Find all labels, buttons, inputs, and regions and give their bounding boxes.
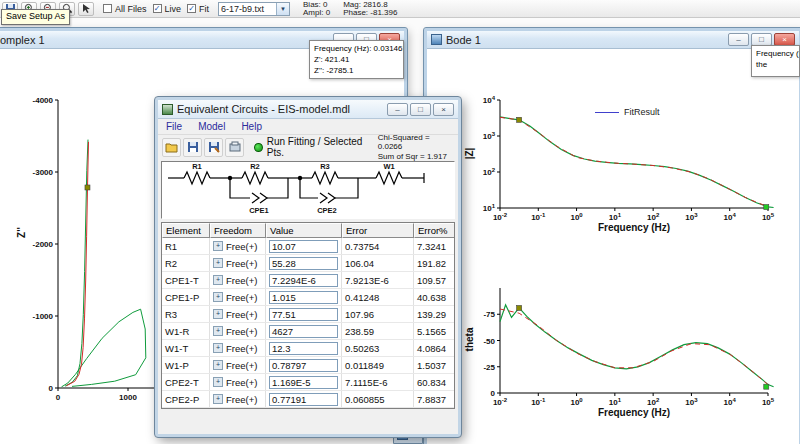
freedom-cell[interactable]: +Free(+) — [210, 306, 266, 322]
value-input[interactable]: 7.2294E-6 — [269, 274, 338, 287]
freedom-toggle-icon[interactable]: + — [213, 309, 223, 319]
freedom-cell[interactable]: +Free(+) — [210, 340, 266, 356]
bode-plot-area: 10-210-1100101102103104105104103102101 1… — [427, 49, 799, 444]
checkbox-box[interactable]: ✓ — [187, 4, 196, 13]
freedom-toggle-icon[interactable]: + — [213, 275, 223, 285]
close-button[interactable]: × — [433, 103, 454, 116]
value-cell[interactable]: 4627 — [266, 323, 342, 339]
freedom-toggle-icon[interactable]: + — [213, 241, 223, 251]
element-cell: R3 — [162, 306, 210, 322]
freedom-toggle-icon[interactable]: + — [213, 360, 223, 370]
y-tick-label: 103 — [483, 131, 496, 141]
probe-zreal: Z': 421.41 — [314, 54, 399, 65]
dialog-controls: – □ × — [387, 103, 454, 116]
value-cell[interactable]: 12.3 — [266, 340, 342, 356]
header-freedom[interactable]: Freedom — [210, 223, 266, 238]
circuit-diagram[interactable]: R1 R2 R3 W1 CPE1 CPE2 — [161, 161, 455, 219]
value-cell[interactable]: 55.28 — [266, 255, 342, 271]
menu-model[interactable]: Model — [190, 119, 233, 134]
freedom-cell[interactable]: +Free(+) — [210, 272, 266, 288]
maximize-button[interactable]: □ — [410, 103, 431, 116]
freedom-toggle-icon[interactable]: + — [213, 292, 223, 302]
header-error[interactable]: Error — [342, 223, 414, 238]
value-cell[interactable]: 7.2294E-6 — [266, 272, 342, 288]
checkbox-fit[interactable]: ✓Fit — [187, 4, 209, 14]
value-cell[interactable]: 1.015 — [266, 289, 342, 305]
table-row: W1-P+Free(+)0.787970.0118491.5037 — [162, 357, 454, 374]
value-input[interactable]: 77.51 — [269, 308, 338, 321]
freedom-toggle-icon[interactable]: + — [213, 258, 223, 268]
value-input[interactable]: 0.78797 — [269, 359, 338, 372]
errorpct-cell: 40.638 — [414, 289, 454, 305]
checkbox-box[interactable]: ✓ — [153, 4, 162, 13]
dialog-icon — [162, 104, 173, 115]
freedom-toggle-icon[interactable]: + — [213, 326, 223, 336]
value-input[interactable]: 12.3 — [269, 342, 338, 355]
equivalent-circuits-dialog: Equivalent Circuits - EIS-model.mdl – □ … — [155, 97, 461, 437]
value-cell[interactable]: 10.07 — [266, 238, 342, 254]
minimize-button[interactable]: – — [387, 103, 408, 116]
element-cell: CPE2-T — [162, 374, 210, 390]
save-as-button[interactable] — [204, 138, 223, 157]
window-icon — [431, 34, 442, 45]
save-button[interactable] — [183, 138, 202, 157]
error-cell: 0.060855 — [342, 391, 414, 407]
chevron-down-icon[interactable]: ▼ — [276, 3, 289, 15]
freedom-cell[interactable]: +Free(+) — [210, 289, 266, 305]
checkbox-live[interactable]: ✓Live — [153, 4, 182, 14]
data-point-marker[interactable] — [517, 117, 522, 122]
table-row: R3+Free(+)77.51107.96139.29 — [162, 306, 454, 323]
freedom-cell[interactable]: +Free(+) — [210, 357, 266, 373]
checkbox-box[interactable] — [103, 4, 112, 13]
circuit-label-cpe1: CPE1 — [249, 206, 269, 215]
x-tick-label: 102 — [647, 212, 660, 222]
header-errorpct[interactable]: Error% — [414, 223, 454, 238]
menu-file[interactable]: File — [158, 119, 190, 134]
value-cell[interactable]: 77.51 — [266, 306, 342, 322]
bode-window-titlebar[interactable]: Bode 1 – □ × — [427, 31, 799, 49]
freedom-cell[interactable]: +Free(+) — [210, 374, 266, 390]
error-cell: 0.011849 — [342, 357, 414, 373]
value-cell[interactable]: 0.78797 — [266, 357, 342, 373]
value-input[interactable]: 55.28 — [269, 257, 338, 270]
probe-theta: the — [756, 59, 795, 70]
probe-frequency: Frequency (H — [756, 48, 795, 59]
mdi-area: Complex 1 – □ × 01000-4000-3000-2000-100… — [0, 18, 800, 444]
dialog-titlebar[interactable]: Equivalent Circuits - EIS-model.mdl – □ … — [158, 100, 458, 119]
screen: All Files✓Live✓Fit 6-17-b9.txt ▼ Bias: 0… — [0, 0, 800, 444]
value-input[interactable]: 0.77191 — [269, 393, 338, 406]
freedom-toggle-icon[interactable]: + — [213, 343, 223, 353]
minimize-button[interactable]: – — [728, 33, 749, 46]
data-point-marker[interactable] — [85, 185, 90, 190]
checkbox-all-files[interactable]: All Files — [103, 4, 147, 14]
x-tick-label: 104 — [724, 212, 737, 222]
freedom-cell[interactable]: +Free(+) — [210, 323, 266, 339]
dialog-toolbar: Run Fitting / Selected Pts. Chi-Squared … — [158, 135, 458, 159]
run-fitting-button[interactable]: Run Fitting / Selected Pts. — [254, 136, 376, 158]
pointer-button[interactable] — [78, 2, 94, 16]
freedom-cell[interactable]: +Free(+) — [210, 391, 266, 407]
value-input[interactable]: 1.169E-5 — [269, 376, 338, 389]
freedom-toggle-icon[interactable]: + — [213, 377, 223, 387]
value-cell[interactable]: 1.169E-5 — [266, 374, 342, 390]
value-input[interactable]: 1.015 — [269, 291, 338, 304]
table-row: W1-T+Free(+)12.30.502634.0864 — [162, 340, 454, 357]
error-cell: 107.96 — [342, 306, 414, 322]
y-tick-label: 104 — [483, 95, 496, 105]
header-value[interactable]: Value — [266, 223, 342, 238]
freedom-toggle-icon[interactable]: + — [213, 394, 223, 404]
menu-help[interactable]: Help — [233, 119, 270, 134]
export-button[interactable] — [225, 138, 244, 157]
data-point-marker[interactable] — [764, 205, 769, 210]
value-input[interactable]: 10.07 — [269, 240, 338, 253]
probe-tooltip-right: Frequency (H the — [751, 45, 800, 77]
freedom-cell[interactable]: +Free(+) — [210, 238, 266, 254]
open-button[interactable] — [162, 138, 181, 157]
header-element[interactable]: Element — [162, 223, 210, 238]
value-input[interactable]: 4627 — [269, 325, 338, 338]
data-file-select[interactable]: 6-17-b9.txt ▼ — [218, 2, 290, 16]
bode-mag-y-axis-label: |Z| — [464, 124, 475, 184]
freedom-cell[interactable]: +Free(+) — [210, 255, 266, 271]
error-cell: 0.73754 — [342, 238, 414, 254]
value-cell[interactable]: 0.77191 — [266, 391, 342, 407]
